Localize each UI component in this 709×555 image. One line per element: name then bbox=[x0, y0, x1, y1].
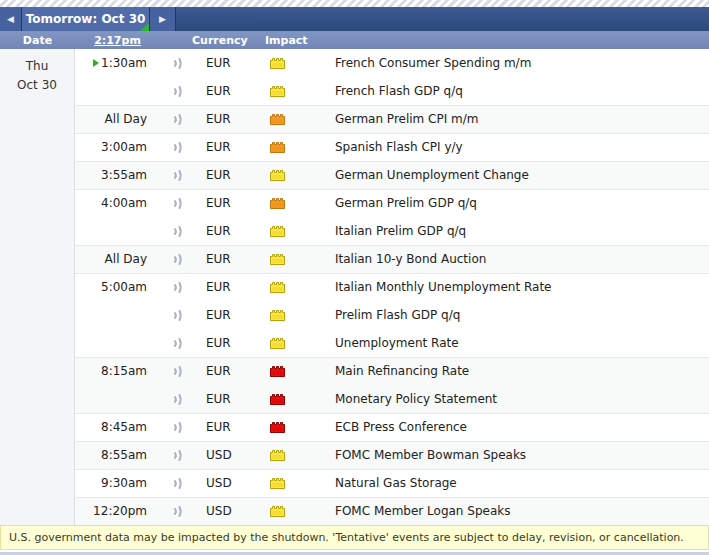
event-row[interactable]: EUR Prelim Flash GDP q/q bbox=[75, 301, 709, 329]
speaker-icon bbox=[172, 476, 184, 491]
calendar-table: Thu Oct 30 1:30am EUR French Consumer Sp… bbox=[0, 49, 709, 525]
event-name: Natural Gas Storage bbox=[320, 476, 709, 490]
event-time: 8:15am bbox=[75, 364, 160, 378]
impact-folder-icon bbox=[270, 421, 285, 433]
date-cell: Thu Oct 30 bbox=[0, 49, 74, 95]
next-day-button[interactable]: ▶ bbox=[150, 7, 176, 31]
speaker-icon bbox=[172, 84, 184, 99]
impact-folder-icon bbox=[270, 309, 285, 321]
event-speaker-cell bbox=[160, 392, 195, 407]
impact-folder-icon bbox=[270, 113, 285, 125]
event-row[interactable]: 8:45am EUR ECB Press Conference bbox=[75, 413, 709, 441]
speaker-icon bbox=[172, 252, 184, 267]
event-time-label: 3:00am bbox=[101, 140, 147, 154]
event-impact-cell bbox=[255, 365, 320, 377]
event-impact-cell bbox=[255, 253, 320, 265]
event-row[interactable]: 3:00am EUR Spanish Flash CPI y/y bbox=[75, 133, 709, 161]
event-time: 8:55am bbox=[75, 448, 160, 462]
event-currency: USD bbox=[195, 448, 255, 462]
event-currency: EUR bbox=[195, 252, 255, 266]
page-background-stripes bbox=[0, 0, 709, 7]
impact-folder-icon bbox=[270, 253, 285, 265]
event-impact-cell bbox=[255, 141, 320, 153]
event-row[interactable]: 5:00am EUR Italian Monthly Unemployment … bbox=[75, 273, 709, 301]
event-row[interactable]: All Day EUR German Prelim CPI m/m bbox=[75, 105, 709, 133]
event-impact-cell bbox=[255, 449, 320, 461]
event-name: Prelim Flash GDP q/q bbox=[320, 308, 709, 322]
event-currency: EUR bbox=[195, 84, 255, 98]
event-name: Italian 10-y Bond Auction bbox=[320, 252, 709, 266]
event-currency: EUR bbox=[195, 336, 255, 350]
event-speaker-cell bbox=[160, 196, 195, 211]
impact-folder-icon bbox=[270, 169, 285, 181]
event-impact-cell bbox=[255, 393, 320, 405]
event-speaker-cell bbox=[160, 476, 195, 491]
impact-folder-icon bbox=[270, 505, 285, 517]
event-row[interactable]: All Day EUR Italian 10-y Bond Auction bbox=[75, 245, 709, 273]
event-name: FOMC Member Bowman Speaks bbox=[320, 448, 709, 462]
event-name: German Prelim GDP q/q bbox=[320, 196, 709, 210]
event-speaker-cell bbox=[160, 504, 195, 519]
event-speaker-cell bbox=[160, 252, 195, 267]
right-arrow-icon: ▶ bbox=[159, 15, 166, 24]
navbar-filler bbox=[176, 7, 709, 31]
impact-folder-icon bbox=[270, 477, 285, 489]
speaker-icon bbox=[172, 392, 184, 407]
event-row[interactable]: EUR Italian Prelim GDP q/q bbox=[75, 217, 709, 245]
event-impact-cell bbox=[255, 505, 320, 517]
current-time-header: 2:17pm bbox=[75, 34, 160, 47]
day-tab-label: Tomorrow: Oct 30 bbox=[26, 12, 146, 26]
active-day-marker-icon bbox=[140, 23, 149, 31]
event-row[interactable]: 8:55am USD FOMC Member Bowman Speaks bbox=[75, 441, 709, 469]
event-time-label: 3:55am bbox=[101, 168, 147, 182]
speaker-icon bbox=[172, 196, 184, 211]
event-impact-cell bbox=[255, 57, 320, 69]
event-speaker-cell bbox=[160, 224, 195, 239]
event-row[interactable]: EUR Unemployment Rate bbox=[75, 329, 709, 357]
event-impact-cell bbox=[255, 477, 320, 489]
event-name: German Prelim CPI m/m bbox=[320, 112, 709, 126]
prev-day-button[interactable]: ◀ bbox=[0, 7, 22, 31]
event-impact-cell bbox=[255, 85, 320, 97]
event-impact-cell bbox=[255, 281, 320, 293]
speaker-icon bbox=[172, 56, 184, 71]
event-currency: EUR bbox=[195, 224, 255, 238]
event-name: FOMC Member Logan Speaks bbox=[320, 504, 709, 518]
event-speaker-cell bbox=[160, 140, 195, 155]
date-weekday: Thu bbox=[0, 57, 74, 76]
speaker-icon bbox=[172, 364, 184, 379]
speaker-icon bbox=[172, 308, 184, 323]
event-time: All Day bbox=[75, 112, 160, 126]
event-row[interactable]: 9:30am USD Natural Gas Storage bbox=[75, 469, 709, 497]
day-tab[interactable]: Tomorrow: Oct 30 bbox=[22, 7, 150, 31]
event-speaker-cell bbox=[160, 308, 195, 323]
event-currency: EUR bbox=[195, 364, 255, 378]
event-row[interactable]: EUR Monetary Policy Statement bbox=[75, 385, 709, 413]
left-arrow-icon: ◀ bbox=[7, 15, 14, 24]
event-name: ECB Press Conference bbox=[320, 420, 709, 434]
calendar-navbar: ◀ Tomorrow: Oct 30 ▶ bbox=[0, 7, 709, 31]
event-row[interactable]: 3:55am EUR German Unemployment Change bbox=[75, 161, 709, 189]
event-row[interactable]: EUR French Flash GDP q/q bbox=[75, 77, 709, 105]
event-row[interactable]: 8:15am EUR Main Refinancing Rate bbox=[75, 357, 709, 385]
event-name: German Unemployment Change bbox=[320, 168, 709, 182]
speaker-icon bbox=[172, 280, 184, 295]
event-row[interactable]: 12:20pm USD FOMC Member Logan Speaks bbox=[75, 497, 709, 525]
event-row[interactable]: 4:00am EUR German Prelim GDP q/q bbox=[75, 189, 709, 217]
event-currency: EUR bbox=[195, 112, 255, 126]
event-time-label: 1:30am bbox=[101, 56, 147, 70]
speaker-icon bbox=[172, 224, 184, 239]
next-section-edge bbox=[0, 550, 709, 555]
impact-folder-icon bbox=[270, 197, 285, 209]
event-currency: EUR bbox=[195, 196, 255, 210]
event-speaker-cell bbox=[160, 56, 195, 71]
event-time: 12:20pm bbox=[75, 504, 160, 518]
event-row[interactable]: 1:30am EUR French Consumer Spending m/m bbox=[75, 49, 709, 77]
up-next-arrow-icon bbox=[93, 59, 99, 67]
impact-folder-icon bbox=[270, 393, 285, 405]
event-time: 4:00am bbox=[75, 196, 160, 210]
event-speaker-cell bbox=[160, 112, 195, 127]
current-time-link[interactable]: 2:17pm bbox=[94, 34, 141, 47]
event-currency: EUR bbox=[195, 420, 255, 434]
event-name: Unemployment Rate bbox=[320, 336, 709, 350]
